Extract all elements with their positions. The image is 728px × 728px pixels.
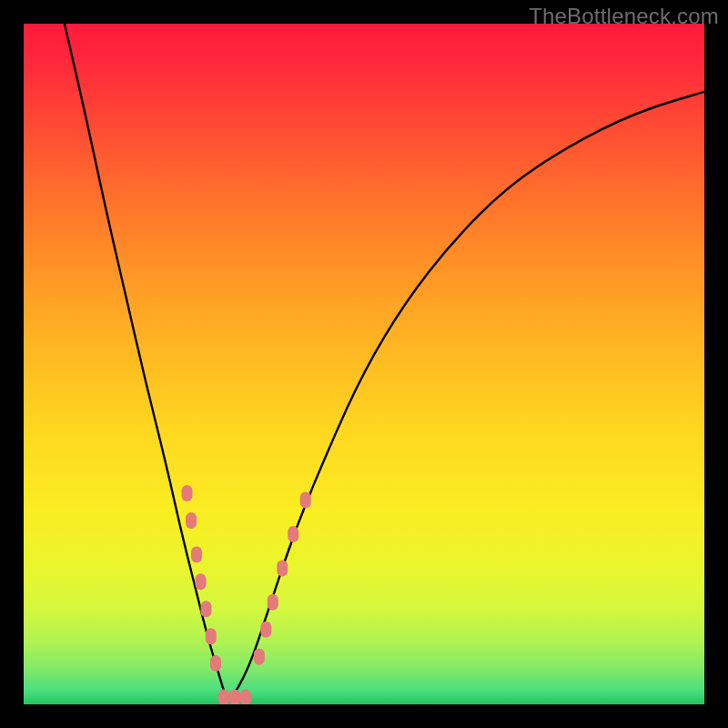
- data-marker: [218, 690, 229, 704]
- data-marker: [229, 690, 240, 704]
- data-marker: [300, 492, 311, 509]
- chart-frame: TheBottleneck.com: [0, 0, 728, 728]
- data-marker: [254, 649, 265, 665]
- data-marker: [182, 485, 193, 501]
- data-marker: [186, 512, 197, 529]
- data-marker: [277, 560, 288, 576]
- data-marker: [210, 655, 221, 672]
- data-marker: [191, 546, 202, 562]
- plot-area: [24, 24, 704, 704]
- data-marker: [260, 622, 271, 638]
- curve-svg: [24, 24, 704, 704]
- data-marker: [206, 628, 217, 644]
- data-marker: [200, 601, 211, 617]
- data-marker: [240, 690, 251, 704]
- data-marker: [195, 573, 206, 590]
- bottleneck-curve: [65, 24, 704, 696]
- data-marker: [288, 526, 298, 542]
- data-marker: [268, 594, 278, 611]
